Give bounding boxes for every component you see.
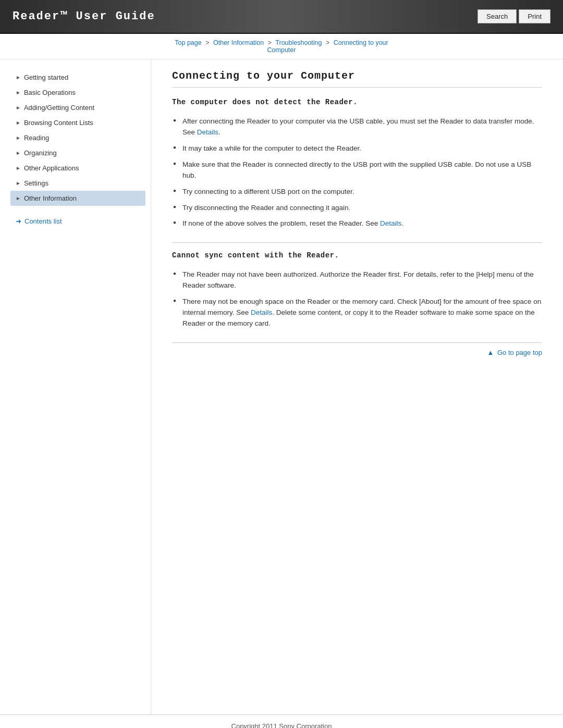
sidebar-item-settings[interactable]: ► Settings [10,176,145,191]
go-to-top-label: Go to page top [497,349,542,356]
contents-list-link[interactable]: ➜ Contents list [10,214,145,228]
list-item: Try connecting to a different USB port o… [172,184,542,200]
go-to-top-icon: ▲ [487,349,494,356]
sidebar-item-label: Other Applications [24,164,79,172]
sidebar-item-organizing[interactable]: ► Organizing [10,145,145,161]
sidebar-item-adding-content[interactable]: ► Adding/Getting Content [10,100,145,115]
go-to-top-section: ▲ Go to page top [172,342,542,360]
go-to-top-link[interactable]: ▲ Go to page top [487,349,542,356]
sidebar-item-label: Organizing [24,149,57,157]
sidebar-item-label: Basic Operations [24,89,76,96]
chevron-right-icon: ► [16,90,21,95]
main-layout: ► Getting started ► Basic Operations ► A… [0,59,563,714]
breadcrumb-troubleshooting[interactable]: Troubleshooting [275,39,322,46]
breadcrumb-top[interactable]: Top page [175,39,201,46]
header: Reader™ User Guide Search Print [0,0,563,34]
details-link-1[interactable]: Details [197,128,218,136]
sidebar-item-other-information[interactable]: ► Other Information [10,191,145,206]
chevron-right-icon: ► [16,75,21,80]
list-item: Try disconnecting the Reader and connect… [172,200,542,216]
sidebar-item-getting-started[interactable]: ► Getting started [10,70,145,85]
chevron-right-icon: ► [16,120,21,126]
sidebar-item-label: Other Information [24,194,77,202]
sidebar-item-other-applications[interactable]: ► Other Applications [10,161,145,176]
breadcrumb-sep1: > [205,39,209,46]
sidebar-item-label: Getting started [24,73,68,81]
sidebar: ► Getting started ► Basic Operations ► A… [0,59,151,714]
chevron-right-icon: ► [16,150,21,156]
contents-list-label: Contents list [25,217,62,225]
sidebar-item-browsing-content[interactable]: ► Browsing Content Lists [10,115,145,130]
footer: Copyright 2011 Sony Corporation [0,714,563,728]
list-item: It may take a while for the computer to … [172,141,542,157]
chevron-right-icon: ► [16,195,21,201]
list-item: The Reader may not have been authorized.… [172,267,542,294]
chevron-right-icon: ► [16,180,21,186]
breadcrumb: Top page > Other Information > Troublesh… [0,34,563,59]
breadcrumb-sep2: > [268,39,272,46]
details-link-2[interactable]: Details [380,219,401,227]
sidebar-item-label: Reading [24,134,49,142]
section2-bullets: The Reader may not have been authorized.… [172,267,542,332]
breadcrumb-other-info[interactable]: Other Information [213,39,264,46]
app-title: Reader™ User Guide [13,10,155,23]
sidebar-item-label: Browsing Content Lists [24,119,93,127]
header-buttons: Search Print [478,9,550,23]
list-item: Make sure that the Reader is connected d… [172,157,542,184]
sidebar-item-basic-operations[interactable]: ► Basic Operations [10,85,145,100]
print-button[interactable]: Print [519,9,550,23]
breadcrumb-sep3: > [326,39,329,46]
list-item: There may not be enough space on the Rea… [172,294,542,332]
section1-bullets: After connecting the Reader to your comp… [172,114,542,232]
chevron-right-icon: ► [16,135,21,141]
section-divider [172,242,542,243]
section1-title: The computer does not detect the Reader. [172,98,542,106]
copyright-text: Copyright 2011 Sony Corporation [231,722,332,728]
main-content: Connecting to your Computer The computer… [151,59,563,714]
chevron-right-icon: ► [16,165,21,171]
page-title: Connecting to your Computer [172,70,542,88]
sidebar-item-reading[interactable]: ► Reading [10,130,145,145]
details-link-3[interactable]: Details [251,309,272,316]
list-item: After connecting the Reader to your comp… [172,114,542,141]
search-button[interactable]: Search [478,9,517,23]
arrow-right-icon: ➜ [16,217,21,225]
list-item: If none of the above solves the problem,… [172,216,542,232]
section2-title: Cannot sync content with the Reader. [172,251,542,260]
chevron-right-icon: ► [16,105,21,110]
sidebar-item-label: Adding/Getting Content [24,104,94,112]
sidebar-item-label: Settings [24,179,48,187]
